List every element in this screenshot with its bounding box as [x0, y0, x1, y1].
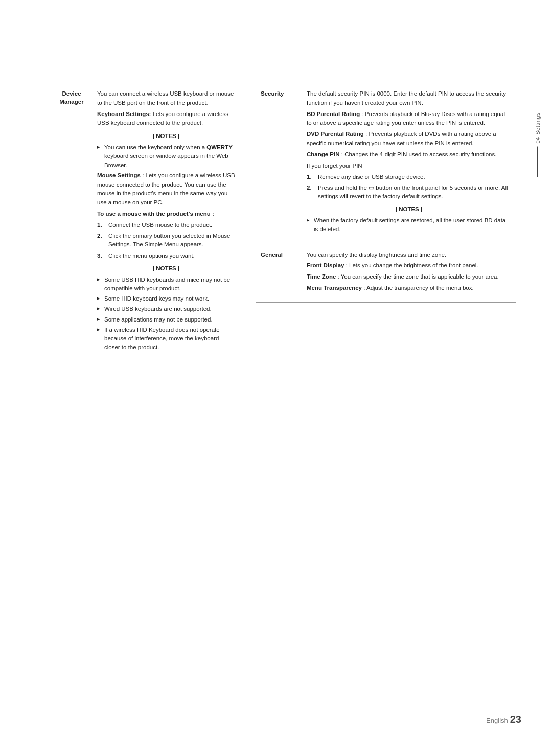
change-pin: Change PIN : Changes the 4-digit PIN use…	[307, 150, 511, 159]
content-area: Device Manager You can connect a wireles…	[46, 82, 521, 361]
pin-step-2: 2. Press and hold the ▭ button on the fr…	[307, 184, 511, 201]
general-row: General You can specify the display brig…	[261, 250, 511, 295]
dvd-parental-rating: DVD Parental Rating : Prevents playback …	[307, 130, 511, 148]
keyboard-settings-label: Keyboard Settings:	[97, 111, 151, 117]
general-section: General You can specify the display brig…	[256, 243, 516, 303]
pin-steps-list: 1. Remove any disc or USB storage device…	[307, 173, 511, 201]
menu-transparency: Menu Transparency : Adjust the transpare…	[307, 284, 511, 293]
device-manager-content: You can connect a wireless USB keyboard …	[97, 89, 235, 354]
security-notes-list: When the factory default settings are re…	[307, 216, 511, 234]
time-zone: Time Zone : You can specify the time zon…	[307, 272, 511, 282]
note1-text: You can use the keyboard only when a QWE…	[104, 144, 233, 168]
general-content: You can specify the display brightness a…	[307, 250, 511, 295]
device-manager-label-col: Device Manager	[51, 89, 92, 354]
security-intro: The default security PIN is 0000. Enter …	[307, 89, 511, 108]
notes-header-2: | NOTES |	[97, 264, 235, 273]
note2-item-2: Some HID keyboard keys may not work.	[97, 294, 235, 303]
device-manager-label: Device Manager	[51, 89, 92, 106]
front-display: Front Display : Lets you change the brig…	[307, 261, 511, 270]
pin-step-1: 1. Remove any disc or USB storage device…	[307, 173, 511, 181]
note2-item-3: Wired USB keyboards are not supported.	[97, 305, 235, 313]
note2-item-1: Some USB HID keyboards and mice may not …	[97, 276, 235, 293]
notes-list-1: You can use the keyboard only when a QWE…	[97, 143, 235, 170]
mouse-settings-label: Mouse Settings	[97, 172, 141, 178]
security-section: Security The default security PIN is 000…	[256, 82, 516, 243]
device-manager-row: Device Manager You can connect a wireles…	[51, 89, 235, 354]
keyboard-settings-para: Keyboard Settings: Lets you configure a …	[97, 110, 235, 128]
use-mouse-heading: To use a mouse with the product's menu :	[97, 210, 235, 219]
mouse-step-2: 2. Click the primary button you selected…	[97, 232, 235, 249]
page-container: 04 Settings Device Manager You can conne…	[0, 0, 552, 756]
intro-text: You can connect a wireless USB keyboard …	[97, 89, 235, 108]
footer-page-num: 23	[510, 714, 521, 725]
sidebar-bar	[537, 147, 539, 177]
security-row: Security The default security PIN is 000…	[261, 89, 511, 236]
note2-item-5: If a wireless HID Keyboard does not oper…	[97, 326, 235, 352]
general-label: General	[261, 250, 302, 295]
mouse-step-1: 1. Connect the USB mouse to the product.	[97, 221, 235, 230]
notes-list-2: Some USB HID keyboards and mice may not …	[97, 276, 235, 352]
left-column: Device Manager You can connect a wireles…	[46, 82, 245, 361]
note2-item-4: Some applications may not be supported.	[97, 315, 235, 324]
security-notes-header: | NOTES |	[307, 205, 511, 214]
security-label: Security	[261, 89, 302, 236]
qwerty-bold: QWERTY	[206, 144, 232, 150]
chapter-sidebar-label: 04 Settings	[535, 112, 541, 177]
forgot-pin: If you forget your PIN	[307, 162, 511, 171]
notes-header-1: | NOTES |	[97, 132, 235, 141]
mouse-step-3: 3. Click the menu options you want.	[97, 251, 235, 260]
note-item-1: You can use the keyboard only when a QWE…	[97, 143, 235, 170]
page-footer: English 23	[486, 714, 521, 725]
bd-parental-rating: BD Parental Rating : Prevents playback o…	[307, 110, 511, 128]
security-note-1: When the factory default settings are re…	[307, 216, 511, 234]
chapter-text: 04 Settings	[535, 112, 541, 144]
mouse-steps-list: 1. Connect the USB mouse to the product.…	[97, 221, 235, 260]
right-column: Security The default security PIN is 000…	[245, 82, 521, 361]
general-intro: You can specify the display brightness a…	[307, 250, 511, 260]
security-content: The default security PIN is 0000. Enter …	[307, 89, 511, 236]
footer-english-label: English	[486, 717, 508, 724]
mouse-settings-para: Mouse Settings : Lets you configure a wi…	[97, 171, 235, 208]
